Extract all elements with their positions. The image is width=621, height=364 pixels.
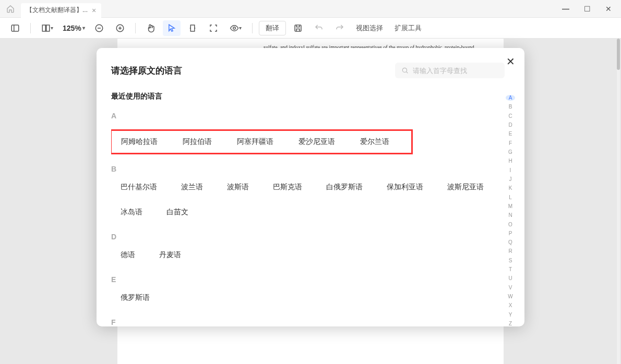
search-input[interactable] — [413, 67, 498, 75]
alpha-index-d[interactable]: D — [506, 122, 515, 128]
svg-line-15 — [406, 71, 408, 73]
alpha-index-i[interactable]: I — [506, 167, 515, 173]
language-search-box[interactable] — [395, 63, 505, 78]
lang-item[interactable]: 阿塞拜疆语 — [237, 137, 273, 147]
alpha-index-g[interactable]: G — [506, 149, 515, 155]
section-letter-b: B — [111, 165, 495, 173]
alpha-index-t[interactable]: T — [506, 266, 515, 272]
alpha-index-y[interactable]: Y — [506, 312, 515, 318]
lang-item[interactable]: 阿姆哈拉语 — [121, 137, 158, 147]
lang-item[interactable]: 爱尔兰语 — [360, 137, 389, 147]
alpha-index-e[interactable]: E — [506, 131, 515, 137]
recent-languages-label: 最近使用的语言 — [111, 92, 495, 101]
alpha-index-l[interactable]: L — [506, 194, 515, 200]
search-icon — [401, 66, 409, 75]
modal-body: 最近使用的语言 A 阿姆哈拉语 阿拉伯语 阿塞拜疆语 爱沙尼亚语 爱尔兰语 B … — [111, 92, 515, 326]
alpha-index-v[interactable]: V — [506, 285, 515, 290]
svg-point-14 — [402, 68, 407, 72]
alpha-index-a[interactable]: A — [506, 95, 515, 101]
alpha-index-x[interactable]: X — [506, 302, 515, 308]
section-letter-e: E — [111, 275, 495, 284]
alpha-index-s[interactable]: S — [506, 258, 515, 263]
alpha-index-j[interactable]: J — [506, 176, 515, 182]
language-modal: ✕ 请选择原文的语言 最近使用的语言 A 阿姆哈拉语 阿拉伯语 阿塞拜疆语 爱沙… — [97, 48, 524, 326]
alpha-index-u[interactable]: U — [506, 275, 515, 281]
lang-item[interactable]: 爱沙尼亚语 — [298, 137, 335, 147]
alpha-index-c[interactable]: C — [506, 113, 515, 119]
lang-item[interactable]: 德语 — [121, 250, 135, 260]
modal-title: 请选择原文的语言 — [111, 65, 182, 77]
alpha-index-o[interactable]: O — [506, 221, 515, 227]
section-letter-a: A — [111, 112, 495, 120]
alpha-index-r[interactable]: R — [506, 248, 515, 254]
modal-header: 请选择原文的语言 — [111, 63, 515, 78]
alpha-index-f[interactable]: F — [506, 140, 515, 146]
lang-item[interactable]: 波兰语 — [181, 183, 203, 192]
alpha-index-z[interactable]: Z — [506, 321, 515, 326]
lang-item[interactable]: 巴斯克语 — [273, 183, 302, 192]
alpha-index-k[interactable]: K — [506, 185, 515, 191]
lang-item[interactable]: 巴什基尔语 — [121, 183, 157, 192]
close-icon[interactable]: ✕ — [506, 55, 515, 68]
alpha-index-m[interactable]: M — [506, 203, 515, 209]
language-list[interactable]: 最近使用的语言 A 阿姆哈拉语 阿拉伯语 阿塞拜疆语 爱沙尼亚语 爱尔兰语 B … — [111, 92, 506, 326]
lang-item[interactable]: 丹麦语 — [159, 250, 181, 260]
alpha-index-p[interactable]: P — [506, 230, 515, 236]
alpha-index-q[interactable]: Q — [506, 239, 515, 245]
lang-item[interactable]: 白苗文 — [166, 208, 188, 217]
lang-item[interactable]: 冰岛语 — [121, 208, 142, 217]
lang-item[interactable]: 保加利亚语 — [387, 183, 423, 192]
lang-item[interactable]: 波斯尼亚语 — [447, 183, 484, 192]
highlighted-language-row: 阿姆哈拉语 阿拉伯语 阿塞拜疆语 爱沙尼亚语 爱尔兰语 — [111, 129, 413, 154]
alphabet-index: ABCDEFGHIJKLMNOPQRSTUVWXYZ — [506, 92, 515, 326]
section-letter-f: F — [111, 318, 495, 326]
alpha-index-w[interactable]: W — [506, 294, 515, 299]
lang-item[interactable]: 阿拉伯语 — [183, 137, 212, 147]
modal-overlay: ✕ 请选择原文的语言 最近使用的语言 A 阿姆哈拉语 阿拉伯语 阿塞拜疆语 爱沙… — [0, 0, 621, 364]
lang-item[interactable]: 白俄罗斯语 — [326, 183, 363, 192]
alpha-index-h[interactable]: H — [506, 158, 515, 164]
lang-item[interactable]: 波斯语 — [227, 183, 249, 192]
alpha-index-b[interactable]: B — [506, 104, 515, 110]
section-letter-d: D — [111, 233, 495, 241]
lang-item[interactable]: 俄罗斯语 — [121, 293, 150, 302]
alpha-index-n[interactable]: N — [506, 212, 515, 218]
